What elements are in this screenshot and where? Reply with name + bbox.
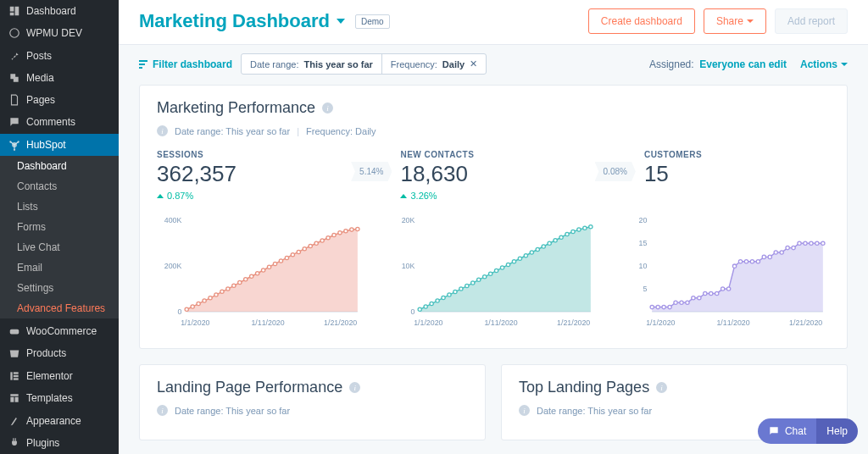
- caret-down-icon: [841, 63, 848, 66]
- brush-icon: [8, 415, 20, 427]
- svg-point-66: [524, 254, 527, 257]
- info-icon: i: [157, 125, 168, 136]
- actions-dropdown[interactable]: Actions: [800, 58, 848, 70]
- sidebar-item-products[interactable]: Products: [0, 342, 119, 364]
- create-dashboard-button[interactable]: Create dashboard: [588, 8, 695, 34]
- sidebar-sub-advanced-features[interactable]: Advanced Features: [0, 298, 119, 318]
- sidebar-item-elementor[interactable]: Elementor: [0, 365, 119, 387]
- sidebar-item-media[interactable]: Media: [0, 67, 119, 89]
- date-range-chip[interactable]: Date range: This year so far: [242, 54, 382, 74]
- svg-point-17: [220, 290, 224, 293]
- svg-point-52: [442, 296, 445, 299]
- everyone-can-edit-link[interactable]: Everyone can edit: [699, 58, 787, 70]
- help-button[interactable]: Help: [816, 418, 858, 444]
- svg-point-106: [774, 251, 777, 254]
- info-icon[interactable]: i: [656, 382, 667, 393]
- top-bar: Marketing Dashboard Demo Create dashboar…: [119, 0, 868, 45]
- sidebar-sub-dashboard[interactable]: Dashboard: [0, 156, 119, 176]
- svg-point-48: [418, 307, 421, 311]
- add-report-button: Add report: [775, 8, 848, 34]
- svg-point-91: [686, 301, 689, 304]
- svg-point-61: [494, 269, 498, 272]
- svg-point-0: [10, 29, 19, 38]
- sidebar-label: Products: [26, 347, 66, 359]
- sidebar-item-hubspot[interactable]: HubSpot: [0, 134, 119, 156]
- sidebar-sub-live-chat[interactable]: Live Chat: [0, 237, 119, 257]
- svg-point-29: [291, 253, 294, 257]
- wp-admin-sidebar: DashboardWPMU DEV PostsMediaPagesComment…: [0, 0, 119, 454]
- sidebar-item-comments[interactable]: Comments: [0, 111, 119, 133]
- svg-point-30: [297, 250, 300, 253]
- sidebar-sub-settings[interactable]: Settings: [0, 278, 119, 298]
- share-button[interactable]: Share: [704, 8, 766, 34]
- sidebar-item-plugins[interactable]: Plugins: [0, 432, 119, 454]
- frequency-chip[interactable]: Frequency: Daily ✕: [382, 54, 486, 74]
- svg-point-36: [332, 233, 336, 236]
- new_contacts-chart: 010K20K1/1/20201/11/20201/21/2020: [390, 213, 598, 331]
- svg-point-108: [786, 246, 789, 249]
- svg-point-89: [674, 301, 677, 304]
- svg-point-97: [721, 287, 725, 291]
- plug-icon: [8, 437, 20, 449]
- trend-up-icon: [400, 194, 407, 198]
- svg-point-88: [668, 305, 671, 308]
- sidebar-item-posts[interactable]: Posts: [0, 45, 119, 67]
- sidebar-sub-email[interactable]: Email: [0, 257, 119, 278]
- svg-point-112: [810, 241, 813, 245]
- sidebar-sub-contacts[interactable]: Contacts: [0, 176, 119, 197]
- template-icon: [8, 392, 20, 404]
- caret-down-icon: [747, 19, 754, 23]
- svg-rect-5: [10, 329, 19, 334]
- chat-button[interactable]: Chat: [758, 418, 816, 444]
- svg-point-39: [350, 228, 353, 231]
- svg-point-98: [727, 287, 731, 291]
- sidebar-item-dashboard[interactable]: Dashboard: [0, 0, 119, 22]
- date-range-text: Date range: This year so far: [175, 406, 290, 416]
- sidebar-label: Comments: [26, 116, 75, 128]
- chat-help-fab: Chat Help: [758, 418, 858, 444]
- filter-dashboard-link[interactable]: Filter dashboard: [139, 58, 232, 70]
- svg-point-90: [680, 301, 683, 304]
- info-icon[interactable]: i: [322, 102, 333, 114]
- sidebar-label: Dashboard: [26, 5, 76, 17]
- wpmu-icon: [8, 27, 20, 39]
- new-contacts-metric: NEW CONTACTS 18,630 3.26%: [400, 150, 586, 201]
- sidebar-item-templates[interactable]: Templates: [0, 387, 119, 409]
- page-title-dropdown[interactable]: Marketing Dashboard: [139, 10, 345, 32]
- sidebar-label: Media: [26, 72, 54, 84]
- svg-point-38: [344, 230, 348, 233]
- svg-point-23: [256, 272, 259, 275]
- pages-icon: [8, 94, 20, 106]
- filter-bar: Filter dashboard Date range: This year s…: [119, 45, 868, 85]
- svg-point-26: [273, 262, 276, 265]
- sidebar-item-woocommerce[interactable]: WooCommerce: [0, 320, 119, 342]
- svg-point-59: [482, 275, 486, 279]
- svg-point-13: [197, 302, 200, 305]
- svg-point-20: [238, 280, 242, 284]
- svg-point-77: [588, 225, 592, 229]
- sidebar-item-wpmu-dev[interactable]: WPMU DEV: [0, 22, 119, 44]
- svg-point-24: [261, 269, 264, 272]
- svg-rect-6: [10, 372, 12, 379]
- sidebar-item-pages[interactable]: Pages: [0, 89, 119, 111]
- svg-point-31: [303, 247, 306, 251]
- svg-point-86: [656, 305, 659, 308]
- svg-point-16: [214, 293, 218, 296]
- pin-icon: [8, 50, 20, 62]
- svg-point-113: [815, 241, 819, 245]
- svg-point-34: [320, 239, 324, 242]
- svg-text:1/1/2020: 1/1/2020: [414, 318, 442, 327]
- svg-point-57: [470, 281, 474, 285]
- svg-point-99: [733, 264, 737, 268]
- info-icon[interactable]: i: [349, 382, 360, 393]
- sidebar-sub-lists[interactable]: Lists: [0, 197, 119, 217]
- svg-point-53: [448, 293, 451, 296]
- sidebar-item-appearance[interactable]: Appearance: [0, 410, 119, 432]
- svg-point-100: [739, 260, 743, 263]
- sidebar-sub-forms[interactable]: Forms: [0, 217, 119, 237]
- close-icon[interactable]: ✕: [470, 58, 477, 69]
- svg-point-92: [692, 296, 695, 300]
- svg-point-70: [548, 241, 551, 245]
- main-area: Marketing Dashboard Demo Create dashboar…: [119, 0, 868, 454]
- svg-point-109: [792, 246, 795, 249]
